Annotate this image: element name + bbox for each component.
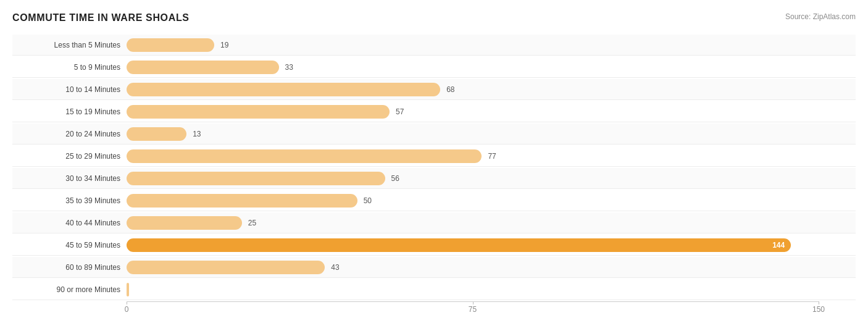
bar-container: 50 xyxy=(127,193,856,209)
bar-row: 5 to 9 Minutes33 xyxy=(12,57,856,78)
bar-value: 77 xyxy=(485,152,496,161)
bar-row: 40 to 44 Minutes25 xyxy=(12,212,856,233)
bar-label: 40 to 44 Minutes xyxy=(12,219,127,227)
bar-value: 13 xyxy=(190,130,201,138)
bar-label: 90 or more Minutes xyxy=(12,285,127,294)
bar-row: 30 to 34 Minutes56 xyxy=(12,168,856,189)
bar: 50 xyxy=(127,194,357,208)
bar-label: 10 to 14 Minutes xyxy=(12,85,127,94)
x-axis-tick xyxy=(819,301,819,304)
x-axis-label: 75 xyxy=(469,305,477,314)
bar: 77 xyxy=(127,149,482,163)
bar-value-inside: 144 xyxy=(772,241,785,250)
bar: 25 xyxy=(127,216,242,230)
bar: 33 xyxy=(127,61,279,74)
bar-container: 19 xyxy=(127,37,856,53)
bar: 43 xyxy=(127,261,325,274)
bar-value: 57 xyxy=(393,107,404,116)
chart-header: COMMUTE TIME IN WARE SHOALS Source: ZipA… xyxy=(12,12,856,23)
bar: 13 xyxy=(127,127,186,141)
bar-label: 20 to 24 Minutes xyxy=(12,130,127,138)
x-axis-label: 150 xyxy=(812,305,825,314)
bar-row: 20 to 24 Minutes13 xyxy=(12,124,856,145)
bar-value: 43 xyxy=(328,263,339,272)
bar-label: 45 to 59 Minutes xyxy=(12,241,127,250)
bar-label: Less than 5 Minutes xyxy=(12,41,127,49)
bar-label: 15 to 19 Minutes xyxy=(12,107,127,116)
bar-value: 33 xyxy=(283,63,293,72)
bar-label: 60 to 89 Minutes xyxy=(12,263,127,272)
bar-container: 33 xyxy=(127,59,856,75)
bar: 56 xyxy=(127,172,385,185)
bar-label: 30 to 34 Minutes xyxy=(12,174,127,183)
bar-container: 77 xyxy=(127,148,856,164)
bar-container: 57 xyxy=(127,104,856,120)
chart-source: Source: ZipAtlas.com xyxy=(785,12,856,21)
bar-row: 45 to 59 Minutes144 xyxy=(12,235,856,256)
bar-row: 90 or more Minutes xyxy=(12,279,856,300)
bar-row: 60 to 89 Minutes43 xyxy=(12,257,856,278)
bar-container: 144 xyxy=(127,237,856,253)
bar-label: 5 to 9 Minutes xyxy=(12,63,127,72)
bar-row: 25 to 29 Minutes77 xyxy=(12,146,856,167)
bar-container: 56 xyxy=(127,170,856,187)
bar-value: 56 xyxy=(389,174,399,183)
bar: 19 xyxy=(127,38,214,52)
bar-container: 43 xyxy=(127,259,856,275)
chart-title: COMMUTE TIME IN WARE SHOALS xyxy=(12,12,190,23)
bar-row: Less than 5 Minutes19 xyxy=(12,35,856,56)
bar-container: 25 xyxy=(127,215,856,231)
bar-row: 15 to 19 Minutes57 xyxy=(12,101,856,122)
bar: 144 xyxy=(127,238,791,252)
x-axis-label: 0 xyxy=(125,305,129,314)
bar-container xyxy=(127,282,856,298)
bar-value: 19 xyxy=(218,41,228,49)
bar-value: 50 xyxy=(361,196,372,205)
bar-label: 35 to 39 Minutes xyxy=(12,196,127,205)
bar-row: 10 to 14 Minutes68 xyxy=(12,79,856,100)
bar: 57 xyxy=(127,105,390,119)
bar-value: 25 xyxy=(246,219,256,227)
bar-value: 68 xyxy=(444,85,454,94)
bar-row: 35 to 39 Minutes50 xyxy=(12,190,856,211)
bar-container: 68 xyxy=(127,82,856,98)
bar-container: 13 xyxy=(127,126,856,142)
bar-label: 25 to 29 Minutes xyxy=(12,152,127,161)
bar: 68 xyxy=(127,83,440,96)
chart-area: Less than 5 Minutes195 to 9 Minutes3310 … xyxy=(12,35,856,315)
bar xyxy=(127,283,129,296)
